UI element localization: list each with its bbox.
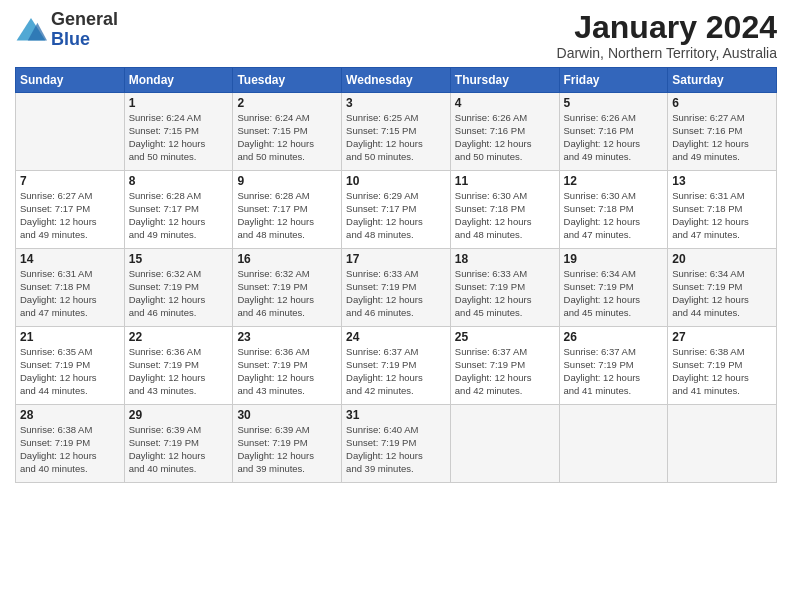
- day-cell: 14Sunrise: 6:31 AMSunset: 7:18 PMDayligh…: [16, 249, 125, 327]
- day-info: Sunrise: 6:35 AMSunset: 7:19 PMDaylight:…: [20, 346, 120, 397]
- week-row-4: 21Sunrise: 6:35 AMSunset: 7:19 PMDayligh…: [16, 327, 777, 405]
- day-info: Sunrise: 6:39 AMSunset: 7:19 PMDaylight:…: [129, 424, 229, 475]
- day-cell: [559, 405, 668, 483]
- day-cell: 29Sunrise: 6:39 AMSunset: 7:19 PMDayligh…: [124, 405, 233, 483]
- day-info: Sunrise: 6:40 AMSunset: 7:19 PMDaylight:…: [346, 424, 446, 475]
- header-cell-sunday: Sunday: [16, 68, 125, 93]
- day-cell: 18Sunrise: 6:33 AMSunset: 7:19 PMDayligh…: [450, 249, 559, 327]
- day-cell: [668, 405, 777, 483]
- day-number: 18: [455, 252, 555, 266]
- day-cell: 28Sunrise: 6:38 AMSunset: 7:19 PMDayligh…: [16, 405, 125, 483]
- day-number: 26: [564, 330, 664, 344]
- day-cell: 31Sunrise: 6:40 AMSunset: 7:19 PMDayligh…: [342, 405, 451, 483]
- day-cell: 23Sunrise: 6:36 AMSunset: 7:19 PMDayligh…: [233, 327, 342, 405]
- day-number: 15: [129, 252, 229, 266]
- day-cell: [16, 93, 125, 171]
- logo-text: General Blue: [51, 10, 118, 50]
- day-cell: 15Sunrise: 6:32 AMSunset: 7:19 PMDayligh…: [124, 249, 233, 327]
- day-number: 28: [20, 408, 120, 422]
- day-number: 31: [346, 408, 446, 422]
- header: General Blue January 2024 Darwin, Northe…: [15, 10, 777, 61]
- day-info: Sunrise: 6:29 AMSunset: 7:17 PMDaylight:…: [346, 190, 446, 241]
- day-number: 16: [237, 252, 337, 266]
- week-row-1: 1Sunrise: 6:24 AMSunset: 7:15 PMDaylight…: [16, 93, 777, 171]
- day-cell: 2Sunrise: 6:24 AMSunset: 7:15 PMDaylight…: [233, 93, 342, 171]
- day-number: 6: [672, 96, 772, 110]
- day-info: Sunrise: 6:31 AMSunset: 7:18 PMDaylight:…: [20, 268, 120, 319]
- day-cell: 11Sunrise: 6:30 AMSunset: 7:18 PMDayligh…: [450, 171, 559, 249]
- day-number: 4: [455, 96, 555, 110]
- header-cell-thursday: Thursday: [450, 68, 559, 93]
- day-cell: 10Sunrise: 6:29 AMSunset: 7:17 PMDayligh…: [342, 171, 451, 249]
- day-info: Sunrise: 6:28 AMSunset: 7:17 PMDaylight:…: [237, 190, 337, 241]
- day-info: Sunrise: 6:32 AMSunset: 7:19 PMDaylight:…: [129, 268, 229, 319]
- day-info: Sunrise: 6:38 AMSunset: 7:19 PMDaylight:…: [20, 424, 120, 475]
- day-info: Sunrise: 6:33 AMSunset: 7:19 PMDaylight:…: [346, 268, 446, 319]
- day-info: Sunrise: 6:37 AMSunset: 7:19 PMDaylight:…: [455, 346, 555, 397]
- day-info: Sunrise: 6:27 AMSunset: 7:17 PMDaylight:…: [20, 190, 120, 241]
- day-number: 11: [455, 174, 555, 188]
- day-number: 27: [672, 330, 772, 344]
- day-cell: 16Sunrise: 6:32 AMSunset: 7:19 PMDayligh…: [233, 249, 342, 327]
- day-info: Sunrise: 6:30 AMSunset: 7:18 PMDaylight:…: [455, 190, 555, 241]
- header-cell-friday: Friday: [559, 68, 668, 93]
- day-info: Sunrise: 6:26 AMSunset: 7:16 PMDaylight:…: [564, 112, 664, 163]
- day-number: 7: [20, 174, 120, 188]
- day-number: 1: [129, 96, 229, 110]
- day-info: Sunrise: 6:37 AMSunset: 7:19 PMDaylight:…: [564, 346, 664, 397]
- day-cell: 6Sunrise: 6:27 AMSunset: 7:16 PMDaylight…: [668, 93, 777, 171]
- day-number: 21: [20, 330, 120, 344]
- day-cell: 12Sunrise: 6:30 AMSunset: 7:18 PMDayligh…: [559, 171, 668, 249]
- day-number: 9: [237, 174, 337, 188]
- day-cell: 1Sunrise: 6:24 AMSunset: 7:15 PMDaylight…: [124, 93, 233, 171]
- header-cell-saturday: Saturday: [668, 68, 777, 93]
- day-info: Sunrise: 6:24 AMSunset: 7:15 PMDaylight:…: [237, 112, 337, 163]
- day-info: Sunrise: 6:27 AMSunset: 7:16 PMDaylight:…: [672, 112, 772, 163]
- location-subtitle: Darwin, Northern Territory, Australia: [557, 45, 777, 61]
- day-number: 24: [346, 330, 446, 344]
- week-row-5: 28Sunrise: 6:38 AMSunset: 7:19 PMDayligh…: [16, 405, 777, 483]
- day-cell: 26Sunrise: 6:37 AMSunset: 7:19 PMDayligh…: [559, 327, 668, 405]
- day-cell: 9Sunrise: 6:28 AMSunset: 7:17 PMDaylight…: [233, 171, 342, 249]
- calendar-table: SundayMondayTuesdayWednesdayThursdayFrid…: [15, 67, 777, 483]
- day-cell: 13Sunrise: 6:31 AMSunset: 7:18 PMDayligh…: [668, 171, 777, 249]
- day-cell: 22Sunrise: 6:36 AMSunset: 7:19 PMDayligh…: [124, 327, 233, 405]
- day-number: 25: [455, 330, 555, 344]
- day-cell: 3Sunrise: 6:25 AMSunset: 7:15 PMDaylight…: [342, 93, 451, 171]
- day-number: 29: [129, 408, 229, 422]
- logo-general: General: [51, 9, 118, 29]
- day-cell: 21Sunrise: 6:35 AMSunset: 7:19 PMDayligh…: [16, 327, 125, 405]
- day-number: 22: [129, 330, 229, 344]
- day-info: Sunrise: 6:38 AMSunset: 7:19 PMDaylight:…: [672, 346, 772, 397]
- day-number: 8: [129, 174, 229, 188]
- day-number: 2: [237, 96, 337, 110]
- day-info: Sunrise: 6:32 AMSunset: 7:19 PMDaylight:…: [237, 268, 337, 319]
- header-cell-tuesday: Tuesday: [233, 68, 342, 93]
- day-number: 19: [564, 252, 664, 266]
- day-number: 30: [237, 408, 337, 422]
- week-row-3: 14Sunrise: 6:31 AMSunset: 7:18 PMDayligh…: [16, 249, 777, 327]
- day-cell: 27Sunrise: 6:38 AMSunset: 7:19 PMDayligh…: [668, 327, 777, 405]
- day-number: 13: [672, 174, 772, 188]
- day-cell: 19Sunrise: 6:34 AMSunset: 7:19 PMDayligh…: [559, 249, 668, 327]
- day-info: Sunrise: 6:39 AMSunset: 7:19 PMDaylight:…: [237, 424, 337, 475]
- header-row: SundayMondayTuesdayWednesdayThursdayFrid…: [16, 68, 777, 93]
- day-info: Sunrise: 6:36 AMSunset: 7:19 PMDaylight:…: [237, 346, 337, 397]
- day-cell: 24Sunrise: 6:37 AMSunset: 7:19 PMDayligh…: [342, 327, 451, 405]
- day-info: Sunrise: 6:37 AMSunset: 7:19 PMDaylight:…: [346, 346, 446, 397]
- day-cell: 30Sunrise: 6:39 AMSunset: 7:19 PMDayligh…: [233, 405, 342, 483]
- logo: General Blue: [15, 10, 118, 50]
- day-info: Sunrise: 6:34 AMSunset: 7:19 PMDaylight:…: [564, 268, 664, 319]
- day-info: Sunrise: 6:30 AMSunset: 7:18 PMDaylight:…: [564, 190, 664, 241]
- day-number: 12: [564, 174, 664, 188]
- page: General Blue January 2024 Darwin, Northe…: [0, 0, 792, 612]
- day-cell: 4Sunrise: 6:26 AMSunset: 7:16 PMDaylight…: [450, 93, 559, 171]
- logo-icon: [15, 16, 47, 44]
- day-number: 23: [237, 330, 337, 344]
- day-info: Sunrise: 6:33 AMSunset: 7:19 PMDaylight:…: [455, 268, 555, 319]
- day-number: 5: [564, 96, 664, 110]
- day-info: Sunrise: 6:28 AMSunset: 7:17 PMDaylight:…: [129, 190, 229, 241]
- day-cell: 7Sunrise: 6:27 AMSunset: 7:17 PMDaylight…: [16, 171, 125, 249]
- logo-blue: Blue: [51, 29, 90, 49]
- month-title: January 2024: [557, 10, 777, 45]
